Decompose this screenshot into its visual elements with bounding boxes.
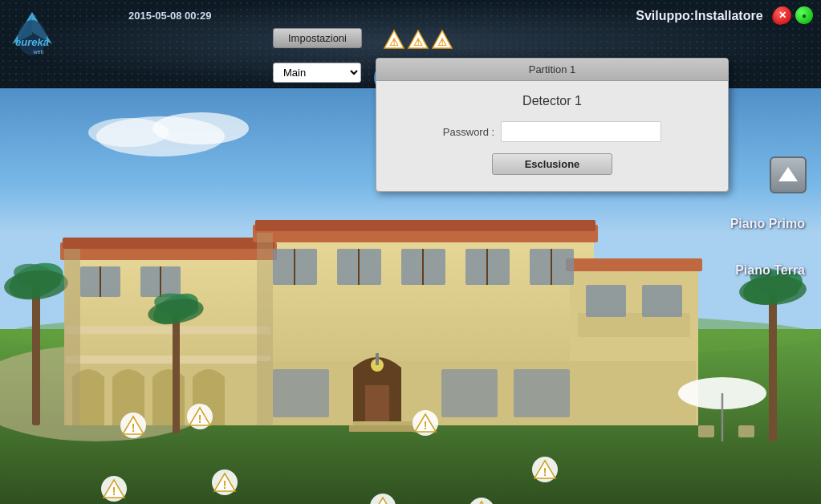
svg-text:⚠: ⚠ [437,36,447,48]
alert-icon-3: ⚠ [432,29,453,50]
svg-rect-71 [173,313,180,433]
svg-rect-57 [514,369,570,417]
window-controls: ✕ ● [774,6,813,24]
svg-rect-50 [66,326,270,334]
modal-body: Detector 1 Password : Esclusione [376,81,728,191]
esclusione-button[interactable]: Esclusione [492,153,613,175]
password-label: Password : [443,126,494,138]
maximize-button[interactable]: ● [795,6,813,24]
svg-text:!: ! [543,465,547,478]
up-arrow-icon [777,164,799,186]
svg-text:eureka: eureka [15,36,49,48]
password-input[interactable] [501,121,661,142]
svg-rect-55 [273,369,329,417]
logo-icon: eureka web [8,4,56,64]
svg-rect-75 [769,289,777,441]
datetime: 2015-05-08 00:29 [128,10,211,22]
alert-icon-1: ⚠ [384,29,404,50]
svg-marker-16 [778,167,798,181]
main-dropdown-wrapper: Main [273,63,361,83]
svg-text:!: ! [424,419,428,432]
svg-rect-49 [66,356,270,364]
piano-terra-label[interactable]: Piano Terra [730,263,805,278]
scene-alert-5[interactable]: ! [100,475,128,502]
svg-text:⚠: ⚠ [413,36,423,48]
svg-rect-33 [566,258,702,271]
svg-rect-32 [255,220,595,231]
header-alert-icons: ⚠ ⚠ ⚠ [384,29,453,50]
piano-primo-label[interactable]: Piano Primo [730,217,805,231]
main-dropdown[interactable]: Main [273,63,361,83]
svg-rect-62 [571,361,696,425]
svg-text:!: ! [132,421,136,434]
scene-alert-3[interactable]: ! [412,409,439,437]
svg-text:!: ! [223,478,227,491]
svg-text:web: web [33,49,44,55]
svg-rect-81 [64,249,80,425]
scene-alert-4[interactable]: ! [531,456,559,483]
svg-rect-61 [642,285,682,317]
svg-text:⚠: ⚠ [389,36,399,48]
svg-rect-80 [349,425,421,432]
svg-rect-60 [586,285,626,317]
password-row: Password : [392,121,712,142]
svg-rect-65 [698,425,714,437]
alert-icon-2: ⚠ [408,29,429,50]
scene-alert-2[interactable]: ! [186,403,213,430]
scene-alert-8[interactable]: ! [468,497,495,504]
svg-text:!: ! [198,413,202,425]
svg-rect-30 [63,238,274,249]
piano-labels: Piano Primo Piano Terra [730,217,805,310]
partition-modal: Partition 1 Detector 1 Password : Esclus… [376,58,729,192]
logo-area: eureka web [8,4,56,64]
close-button[interactable]: ✕ [774,6,791,24]
scene-alert-1[interactable]: ! [120,412,147,439]
user-info: Sviluppo:Installatore i [636,8,789,26]
svg-rect-54 [376,353,379,365]
header: eureka web 2015-05-08 00:29 Sviluppo:Ins… [0,0,821,88]
scene-alert-6[interactable]: ! [211,469,238,496]
up-arrow-button[interactable] [770,156,807,193]
svg-rect-67 [32,281,40,425]
scene-alert-7[interactable]: ! [369,493,396,504]
modal-title-bar: Partition 1 [376,59,728,81]
svg-point-20 [88,118,169,147]
svg-rect-52 [365,385,389,425]
user-info-text: Sviluppo:Installatore [636,9,762,22]
svg-rect-82 [257,233,273,425]
svg-rect-58 [578,337,690,343]
svg-rect-56 [441,369,498,417]
svg-text:!: ! [112,485,116,498]
svg-rect-66 [738,425,754,437]
impostazioni-button[interactable]: Impostazioni [273,28,362,48]
detector-title: Detector 1 [392,94,712,108]
